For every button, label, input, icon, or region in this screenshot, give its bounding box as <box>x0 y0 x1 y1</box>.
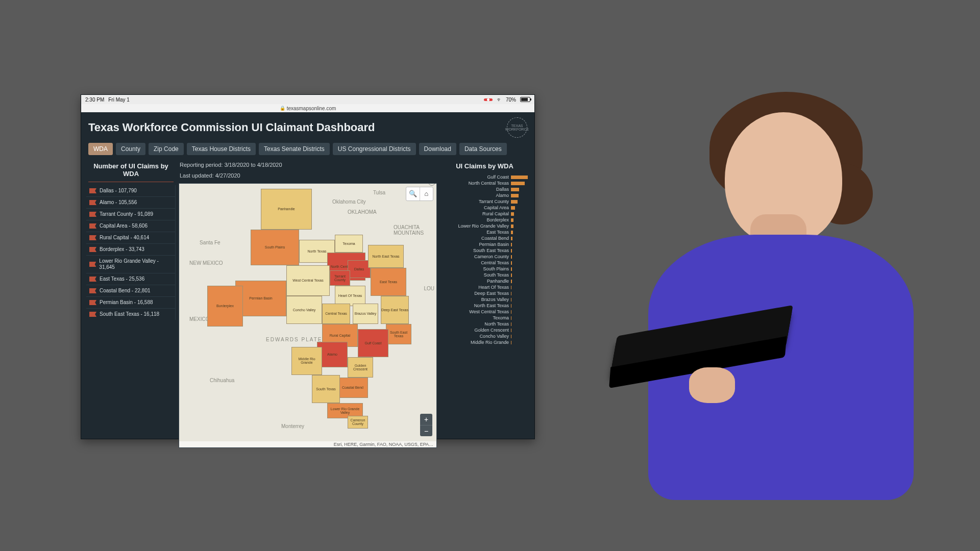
browser-url-bar[interactable]: 🔒 texasmapsonline.com <box>81 104 534 112</box>
bar-row[interactable]: Borderplex <box>440 217 529 223</box>
rank-row[interactable]: Coastal Bend - 22,801 <box>86 285 176 296</box>
rank-row[interactable]: Alamo - 105,556 <box>86 196 176 208</box>
bar-row[interactable]: Dallas <box>440 186 529 192</box>
bar-row[interactable]: Alamo <box>440 192 529 198</box>
bar-row[interactable]: Gulf Coast <box>440 174 529 180</box>
region-golden-crescent[interactable]: Golden Crescent <box>348 357 373 378</box>
region-texoma[interactable]: Texoma <box>335 235 363 253</box>
bar-row[interactable]: Panhandle <box>440 278 529 284</box>
bar-row[interactable]: Rural Capital <box>440 211 529 217</box>
zoom-in-button[interactable]: + <box>420 414 432 425</box>
region-coastal-bend[interactable]: Coastal Bend <box>337 378 368 398</box>
bar-row[interactable]: South Texas <box>440 272 529 278</box>
rank-row[interactable]: East Texas - 25,536 <box>86 273 176 285</box>
bar-row[interactable]: Cameron County <box>440 254 529 260</box>
expand-map-icon[interactable]: ⤢ <box>428 183 435 186</box>
rank-row[interactable]: Lower Rio Grande Valley - 31,645 <box>86 255 176 273</box>
bar-label: Panhandle <box>440 279 509 284</box>
tab-data-sources[interactable]: Data Sources <box>459 143 507 155</box>
rank-row[interactable]: Borderplex - 33,743 <box>86 243 176 255</box>
region-panhandle[interactable]: Panhandle <box>261 189 312 230</box>
region-north-east-texas[interactable]: North East Texas <box>368 245 404 268</box>
region-brazos-valley[interactable]: Brazos Valley <box>353 304 378 324</box>
dashboard-header: Texas Workforce Commission UI Claimant D… <box>81 112 534 140</box>
bar-row[interactable]: Golden Crescent <box>440 327 529 333</box>
tab-texas-house-districts[interactable]: Texas House Districts <box>187 143 256 155</box>
region-heart-of-texas[interactable]: Heart Of Texas <box>335 286 365 306</box>
rank-label: Permian Basin - 16,588 <box>100 299 153 306</box>
region-west-central-texas[interactable]: West Central Texas <box>286 265 330 296</box>
bar-track <box>511 298 529 302</box>
reporting-period: Reporting period: 3/18/2020 to 4/18/2020 <box>179 160 437 172</box>
rank-row[interactable]: Tarrant County - 91,089 <box>86 208 176 220</box>
bar-row[interactable]: Brazos Valley <box>440 296 529 303</box>
bar-label: Tarrant County <box>440 199 509 204</box>
region-deep-east-texas[interactable]: Deep East Texas <box>381 296 409 324</box>
bar-fill <box>511 188 519 191</box>
bar-row[interactable]: Tarrant County <box>440 198 529 205</box>
bar-row[interactable]: North East Texas <box>440 303 529 309</box>
bar-fill <box>511 206 515 210</box>
bar-row[interactable]: Deep East Texas <box>440 290 529 296</box>
rank-row[interactable]: Dallas - 107,790 <box>86 185 176 196</box>
bar-row[interactable]: West Central Texas <box>440 309 529 315</box>
bar-row[interactable]: South Plains <box>440 266 529 272</box>
rank-row[interactable]: Rural Capital - 40,614 <box>86 232 176 243</box>
bar-row[interactable]: Coastal Bend <box>440 235 529 241</box>
region-gulf-coast[interactable]: Gulf Coast <box>358 329 388 357</box>
region-borderplex[interactable]: Borderplex <box>207 286 243 327</box>
region-permian-basin[interactable]: Permian Basin <box>235 281 286 316</box>
rank-label: Rural Capital - 40,614 <box>100 235 149 241</box>
bar-fill <box>511 286 511 289</box>
bar-track <box>511 329 529 332</box>
bar-row[interactable]: Capital Area <box>440 205 529 211</box>
region-concho-valley[interactable]: Concho Valley <box>286 296 322 324</box>
region-dallas[interactable]: Dallas <box>348 260 371 278</box>
rank-row[interactable]: Permian Basin - 16,588 <box>86 296 176 308</box>
region-east-texas[interactable]: East Texas <box>371 268 406 296</box>
bar-row[interactable]: North Texas <box>440 321 529 327</box>
bar-row[interactable]: Permian Basin <box>440 241 529 247</box>
tab-wda[interactable]: WDA <box>88 143 113 155</box>
tab-us-congressional-districts[interactable]: US Congressional Districts <box>333 143 416 155</box>
bar-label: Permian Basin <box>440 242 509 247</box>
label-santa-fe: Santa Fe <box>200 240 220 245</box>
bar-row[interactable]: Central Texas <box>440 260 529 266</box>
tab-texas-senate-districts[interactable]: Texas Senate Districts <box>259 143 330 155</box>
bar-row[interactable]: Middle Rio Grande <box>440 339 529 345</box>
bar-label: Deep East Texas <box>440 291 509 296</box>
label-okc: Oklahoma City <box>332 199 366 205</box>
region-middle-rio-grande[interactable]: Middle Rio Grande <box>291 347 322 375</box>
flag-icon <box>89 312 96 317</box>
rank-row[interactable]: Capital Area - 58,606 <box>86 220 176 232</box>
bar-row[interactable]: Heart Of Texas <box>440 284 529 290</box>
bar-row[interactable]: Concho Valley <box>440 333 529 339</box>
rank-row[interactable]: South East Texas - 16,118 <box>86 308 176 320</box>
tab-download[interactable]: Download <box>419 143 456 155</box>
tab-county[interactable]: County <box>116 143 145 155</box>
region-tarrant-county[interactable]: Tarrant County <box>330 270 350 286</box>
search-icon[interactable]: 🔍 <box>406 187 420 201</box>
region-south-east-texas[interactable]: South East Texas <box>386 324 411 344</box>
bar-label: Dallas <box>440 187 509 192</box>
region-central-texas[interactable]: Central Texas <box>322 304 350 324</box>
bar-row[interactable]: East Texas <box>440 229 529 235</box>
map-attribution: Esri, HERE, Garmin, FAO, NOAA, USGS, EPA… <box>179 441 436 447</box>
home-extent-icon[interactable]: ⌂ <box>420 187 433 201</box>
tab-zip-code[interactable]: Zip Code <box>149 143 184 155</box>
bar-label: South Texas <box>440 272 509 278</box>
bar-row[interactable]: Lower Rio Grande Valley <box>440 223 529 229</box>
choropleth-map[interactable]: ⤢ 🔍 ⌂ NEW MEXICO OKLAHOMA Oklahoma City … <box>179 183 437 448</box>
bar-row[interactable]: South East Texas <box>440 247 529 254</box>
region-cameron-county[interactable]: Cameron County <box>348 416 368 429</box>
bar-row[interactable]: Texoma <box>440 315 529 321</box>
region-south-plains[interactable]: South Plains <box>251 230 299 265</box>
bar-label: Brazos Valley <box>440 297 509 302</box>
label-mexico: MEXICO <box>189 316 209 322</box>
region-south-texas[interactable]: South Texas <box>312 375 340 403</box>
bar-label: Borderplex <box>440 217 509 222</box>
bar-label: South Plains <box>440 266 509 271</box>
bar-track <box>511 206 529 210</box>
bar-row[interactable]: North Central Texas <box>440 180 529 186</box>
zoom-out-button[interactable]: − <box>420 425 432 436</box>
